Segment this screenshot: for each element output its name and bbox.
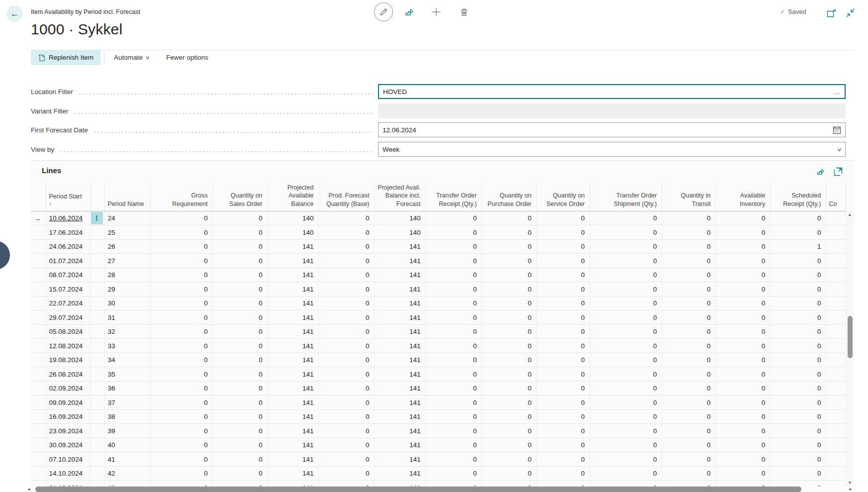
cell-truncated-next[interactable] (826, 381, 846, 395)
replenish-item-button[interactable]: Replenish Item (31, 50, 100, 65)
cell-period-start[interactable]: 14.10.2024 (46, 466, 91, 481)
cell-qty_in_transit[interactable]: 0 (662, 438, 715, 452)
cell-projected_available_balance[interactable]: 140 (267, 225, 318, 240)
cell-period-name[interactable]: 30 (104, 296, 150, 310)
cell-available_inventory[interactable]: 0 (715, 367, 770, 382)
cell-period-start[interactable]: 09.09.2024 (46, 395, 91, 410)
cell-truncated-next[interactable] (826, 353, 846, 367)
cell-truncated-next[interactable] (826, 239, 846, 254)
cell-qty_service_order[interactable]: 0 (536, 310, 589, 325)
cell-scheduled_receipt_qty[interactable]: 0 (770, 268, 826, 282)
cell-projected_available_balance[interactable]: 141 (267, 310, 318, 325)
cell-gross_requirement[interactable]: 0 (150, 239, 212, 254)
cell-projected_avail_incl_forecast[interactable]: 141 (374, 296, 425, 310)
cell-period-start[interactable]: 15.07.2024 (46, 282, 91, 296)
cell-transfer_order_shipment_qty[interactable]: 0 (589, 424, 662, 438)
cell-period-name[interactable]: 29 (104, 282, 150, 296)
location-filter-input[interactable]: HOVED … (378, 84, 846, 99)
cell-available_inventory[interactable]: 0 (715, 381, 770, 395)
cell-transfer_order_receipt_qty[interactable]: 0 (425, 424, 482, 438)
cell-transfer_order_shipment_qty[interactable]: 0 (589, 452, 662, 467)
cell-projected_available_balance[interactable]: 141 (267, 239, 318, 254)
cell-gross_requirement[interactable]: 0 (150, 282, 212, 296)
cell-qty_sales_order[interactable]: 0 (212, 296, 267, 310)
cell-qty_in_transit[interactable]: 0 (662, 239, 715, 254)
cell-transfer_order_receipt_qty[interactable]: 0 (425, 452, 482, 467)
cell-qty_in_transit[interactable]: 0 (662, 225, 715, 240)
cell-period-name[interactable]: 40 (104, 438, 150, 452)
cell-qty_in_transit[interactable]: 0 (662, 296, 715, 310)
cell-qty_purchase_order[interactable]: 0 (482, 324, 536, 339)
cell-projected_avail_incl_forecast[interactable]: 141 (374, 424, 425, 438)
cell-available_inventory[interactable]: 0 (715, 353, 770, 367)
cell-projected_avail_incl_forecast[interactable]: 141 (374, 395, 425, 410)
cell-prod_forecast_qty_base[interactable]: 0 (318, 409, 374, 424)
cell-period-name[interactable]: 33 (104, 339, 150, 353)
cell-qty_purchase_order[interactable]: 0 (482, 367, 536, 382)
cell-gross_requirement[interactable]: 0 (150, 409, 212, 424)
scroll-up-button[interactable]: ▲ (846, 210, 854, 218)
cell-qty_service_order[interactable]: 0 (536, 367, 589, 382)
cell-projected_avail_incl_forecast[interactable]: 141 (374, 268, 425, 282)
column-header-qty_sales_order[interactable]: Quantity onSales Order (212, 183, 267, 211)
cell-qty_service_order[interactable]: 0 (536, 381, 589, 395)
column-header-qty_purchase_order[interactable]: Quantity onPurchase Order (482, 183, 536, 211)
cell-prod_forecast_qty_base[interactable]: 0 (318, 225, 374, 240)
cell-transfer_order_receipt_qty[interactable]: 0 (425, 438, 482, 452)
vertical-scroll-thumb[interactable] (848, 316, 853, 358)
cell-projected_available_balance[interactable]: 141 (267, 268, 318, 282)
cell-projected_available_balance[interactable]: 141 (267, 409, 318, 424)
cell-transfer_order_shipment_qty[interactable]: 0 (589, 409, 662, 424)
cell-qty_service_order[interactable]: 0 (536, 424, 589, 438)
cell-projected_avail_incl_forecast[interactable]: 141 (374, 324, 425, 339)
cell-projected_available_balance[interactable]: 141 (267, 296, 318, 310)
cell-scheduled_receipt_qty[interactable]: 0 (770, 211, 826, 225)
cell-truncated-next[interactable] (826, 211, 846, 225)
cell-transfer_order_shipment_qty[interactable]: 0 (589, 367, 662, 382)
cell-qty_service_order[interactable]: 0 (536, 296, 589, 310)
cell-prod_forecast_qty_base[interactable]: 0 (318, 296, 374, 310)
cell-gross_requirement[interactable]: 0 (150, 353, 212, 367)
cell-qty_service_order[interactable]: 0 (536, 254, 589, 268)
cell-transfer_order_receipt_qty[interactable]: 0 (425, 239, 482, 254)
cell-transfer_order_receipt_qty[interactable]: 0 (425, 353, 482, 367)
cell-period-start[interactable]: 10.06.2024 (46, 211, 91, 225)
cell-transfer_order_shipment_qty[interactable]: 0 (589, 324, 662, 339)
cell-projected_available_balance[interactable]: 141 (267, 339, 318, 353)
cell-qty_sales_order[interactable]: 0 (212, 324, 267, 339)
cell-qty_sales_order[interactable]: 0 (212, 466, 267, 481)
cell-prod_forecast_qty_base[interactable]: 0 (318, 424, 374, 438)
cell-available_inventory[interactable]: 0 (715, 324, 770, 339)
cell-transfer_order_shipment_qty[interactable]: 0 (589, 339, 662, 353)
cell-qty_sales_order[interactable]: 0 (212, 424, 267, 438)
cell-period-name[interactable]: 31 (104, 310, 150, 325)
cell-period-name[interactable]: 26 (104, 239, 150, 254)
cell-period-start[interactable]: 17.06.2024 (46, 225, 91, 240)
cell-qty_sales_order[interactable]: 0 (212, 353, 267, 367)
cell-projected_available_balance[interactable]: 141 (267, 395, 318, 410)
cell-transfer_order_shipment_qty[interactable]: 0 (589, 353, 662, 367)
cell-prod_forecast_qty_base[interactable]: 0 (318, 239, 374, 254)
cell-transfer_order_receipt_qty[interactable]: 0 (425, 254, 482, 268)
cell-projected_available_balance[interactable]: 140 (267, 211, 318, 225)
cell-projected_avail_incl_forecast[interactable]: 141 (374, 353, 425, 367)
cell-qty_purchase_order[interactable]: 0 (482, 452, 536, 467)
cell-transfer_order_shipment_qty[interactable]: 0 (589, 254, 662, 268)
cell-qty_purchase_order[interactable]: 0 (482, 339, 536, 353)
cell-prod_forecast_qty_base[interactable]: 0 (318, 268, 374, 282)
cell-qty_sales_order[interactable]: 0 (212, 310, 267, 325)
cell-transfer_order_shipment_qty[interactable]: 0 (589, 310, 662, 325)
cell-transfer_order_shipment_qty[interactable]: 0 (589, 268, 662, 282)
cell-period-start[interactable]: 19.08.2024 (46, 353, 91, 367)
back-button[interactable]: ← (6, 5, 23, 22)
cell-available_inventory[interactable]: 0 (715, 310, 770, 325)
cell-qty_in_transit[interactable]: 0 (662, 395, 715, 410)
cell-truncated-next[interactable] (826, 225, 846, 240)
cell-prod_forecast_qty_base[interactable]: 0 (318, 324, 374, 339)
column-header-scheduled_receipt_qty[interactable]: ScheduledReceipt (Qty.) (770, 183, 826, 211)
cell-qty_in_transit[interactable]: 0 (662, 268, 715, 282)
cell-available_inventory[interactable]: 0 (715, 466, 770, 481)
scroll-left-button[interactable]: ◄ (25, 486, 32, 492)
cell-qty_in_transit[interactable]: 0 (662, 409, 715, 424)
cell-projected_available_balance[interactable]: 141 (267, 353, 318, 367)
